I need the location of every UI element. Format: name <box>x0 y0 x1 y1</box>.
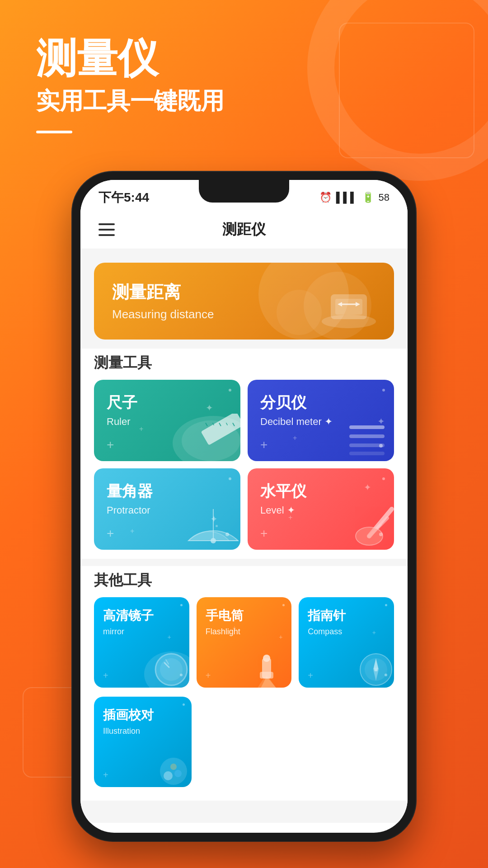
mirror-subtitle: mirror <box>103 627 180 637</box>
svg-point-41 <box>170 764 177 770</box>
compass-subtitle: Compass <box>308 627 385 637</box>
header-subtitle: 实用工具一键既用 <box>36 85 224 117</box>
level-card[interactable]: ✦ + 水平仪 Level ✦ <box>248 468 394 550</box>
svg-rect-31 <box>260 672 273 679</box>
svg-point-23 <box>356 527 383 545</box>
banner-illustration <box>317 281 380 335</box>
header-title: 测量仪 <box>36 36 224 81</box>
level-subtitle: Level ✦ <box>260 505 381 516</box>
ruler-subtitle: Ruler <box>107 416 228 428</box>
compass-title: 指南针 <box>308 607 385 624</box>
protractor-title: 量角器 <box>107 481 228 502</box>
app-content: 测距仪 测量距离 Measuring distance <box>80 211 408 823</box>
decibel-title: 分贝仪 <box>260 392 381 413</box>
status-time: 下午5:44 <box>99 189 149 206</box>
compass-card[interactable]: + 指南针 Compass + <box>299 597 394 688</box>
svg-point-25 <box>160 658 183 681</box>
phone-mockup: 下午5:44 ⏰ ▌▌▌ 🔋 58 测距仪 <box>72 172 416 841</box>
flashlight-title: 手电筒 <box>206 607 283 624</box>
phone-outer: 下午5:44 ⏰ ▌▌▌ 🔋 58 测距仪 <box>72 172 416 841</box>
protractor-plus: + <box>107 526 114 541</box>
other-tools-grid: + 高清镜子 mirror + <box>80 597 408 697</box>
decibel-card[interactable]: ✦ + 分贝仪 Decibel meter ✦ + <box>248 380 394 461</box>
flashlight-subtitle: Flashlight <box>206 627 283 637</box>
signal-icon: ▌▌▌ <box>336 192 357 203</box>
svg-point-37 <box>374 668 378 671</box>
measurement-section: 测量工具 ✦ + <box>80 349 408 559</box>
svg-point-32 <box>263 655 270 662</box>
nav-title: 测距仪 <box>222 220 266 240</box>
level-plus: + <box>260 526 267 541</box>
header-section: 测量仪 实用工具一键既用 <box>36 36 224 133</box>
other-section: 其他工具 + <box>80 566 408 801</box>
other-tools-row2: 插画校对 Illustration + <box>80 697 408 801</box>
illustration-subtitle: Illustration <box>103 726 183 736</box>
ruler-plus: + <box>107 438 114 452</box>
section-other-title: 其他工具 <box>80 566 408 597</box>
level-title: 水平仪 <box>260 481 381 502</box>
notch <box>199 180 289 203</box>
protractor-card[interactable]: ✦ + 量角器 Protractor <box>94 468 240 550</box>
measurement-tools-grid: ✦ + <box>80 380 408 559</box>
top-nav: 测距仪 <box>80 211 408 249</box>
alarm-icon: ⏰ <box>319 192 332 203</box>
status-icons: ⏰ ▌▌▌ 🔋 58 <box>319 192 389 203</box>
protractor-subtitle: Protractor <box>107 505 228 516</box>
decibel-subtitle: Decibel meter ✦ <box>260 416 381 428</box>
banner-card[interactable]: 测量距离 Measuring distance <box>94 263 394 340</box>
illustration-title: 插画校对 <box>103 707 183 724</box>
mirror-title: 高清镜子 <box>103 607 180 624</box>
mirror-card[interactable]: + 高清镜子 mirror + <box>94 597 189 688</box>
decibel-plus: + <box>260 438 267 452</box>
svg-point-40 <box>174 770 182 777</box>
svg-point-18 <box>211 538 216 543</box>
flashlight-card[interactable]: + + 手电筒 <box>197 597 292 688</box>
header-divider <box>36 131 72 133</box>
phone-inner: 下午5:44 ⏰ ▌▌▌ 🔋 58 测距仪 <box>80 180 408 833</box>
illustration-card[interactable]: 插画校对 Illustration + <box>94 697 192 787</box>
section-measurement-title: 测量工具 <box>80 349 408 380</box>
svg-point-38 <box>160 758 187 785</box>
battery-level: 58 <box>379 192 389 203</box>
hamburger-button[interactable] <box>99 223 115 236</box>
svg-point-39 <box>164 771 173 780</box>
svg-rect-2 <box>335 299 362 315</box>
ruler-title: 尺子 <box>107 392 228 413</box>
ruler-card[interactable]: ✦ + <box>94 380 240 461</box>
battery-icon: 🔋 <box>362 192 374 203</box>
